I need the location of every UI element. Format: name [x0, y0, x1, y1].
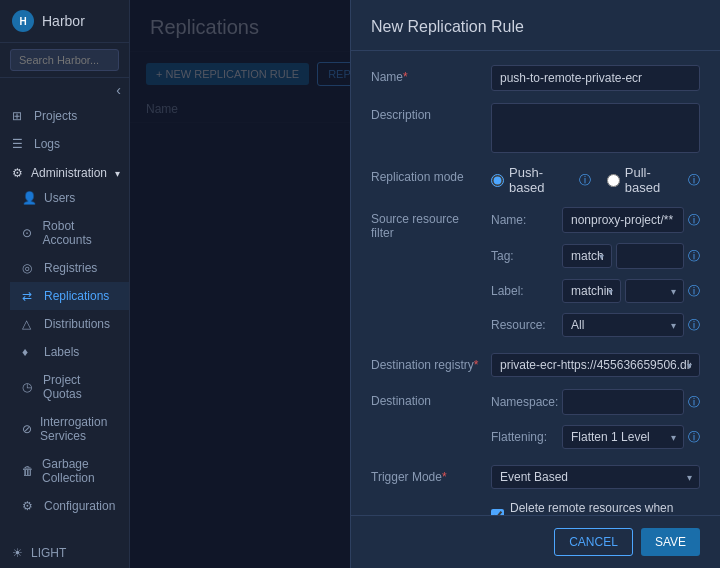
push-based-label: Push-based [509, 165, 563, 195]
users-icon: 👤 [22, 191, 36, 205]
filter-name-row: Name: ⓘ [491, 207, 700, 233]
sidebar: H Harbor ‹ ⊞ Projects ☰ Logs ⚙ Administr… [0, 0, 130, 568]
pull-based-label: Pull-based [625, 165, 672, 195]
flattening-info-icon[interactable]: ⓘ [688, 429, 700, 446]
flattening-row: Flattening: Flatten 1 Level Flatten All … [491, 425, 700, 449]
name-input[interactable] [491, 65, 700, 91]
sidebar-item-administration[interactable]: ⚙ Administration ▾ [0, 158, 129, 184]
projects-label: Projects [34, 109, 77, 123]
trigger-mode-label: Trigger Mode* [371, 465, 481, 484]
sidebar-header: H Harbor [0, 0, 129, 43]
sidebar-item-robot-accounts[interactable]: ⊙ Robot Accounts [10, 212, 129, 254]
config-label: Configuration [44, 499, 115, 513]
sidebar-item-users[interactable]: 👤 Users [10, 184, 129, 212]
modal-overlay: New Replication Rule Name* Description [130, 0, 720, 568]
sidebar-item-interrogation[interactable]: ⊘ Interrogation Services [10, 408, 129, 450]
new-replication-rule-dialog: New Replication Rule Name* Description [350, 0, 720, 568]
filter-resource-info-icon[interactable]: ⓘ [688, 317, 700, 334]
collapse-icon[interactable]: ‹ [116, 82, 121, 98]
resource-select[interactable]: All Image Chart [562, 313, 684, 337]
sidebar-item-replications[interactable]: ⇄ Replications [10, 282, 129, 310]
sidebar-item-configuration[interactable]: ⚙ Configuration [10, 492, 129, 520]
sidebar-item-project-quotas[interactable]: ◷ Project Quotas [10, 366, 129, 408]
sidebar-item-projects[interactable]: ⊞ Projects [0, 102, 129, 130]
replications-label: Replications [44, 289, 109, 303]
sidebar-item-logs[interactable]: ☰ Logs [0, 130, 129, 158]
dest-registry-row: Destination registry* private-ecr-https:… [371, 353, 700, 377]
quotas-icon: ◷ [22, 380, 35, 394]
pull-based-option[interactable]: Pull-based [607, 165, 672, 195]
filter-label-info-icon[interactable]: ⓘ [688, 283, 700, 300]
push-based-radio[interactable] [491, 174, 504, 187]
sidebar-item-registries[interactable]: ◎ Registries [10, 254, 129, 282]
filter-name-info-icon[interactable]: ⓘ [688, 212, 700, 229]
registries-label: Registries [44, 261, 97, 275]
distributions-label: Distributions [44, 317, 110, 331]
replication-mode-row: Replication mode Push-based ⓘ Pull-based… [371, 165, 700, 195]
dest-registry-label: Destination registry* [371, 353, 481, 372]
push-info-icon[interactable]: ⓘ [579, 172, 591, 189]
sidebar-item-labels[interactable]: ♦ Labels [10, 338, 129, 366]
save-button[interactable]: SAVE [641, 528, 700, 556]
sidebar-item-garbage[interactable]: 🗑 Garbage Collection [10, 450, 129, 492]
destination-row: Destination Namespace: ⓘ Flatteni [371, 389, 700, 453]
dialog-footer: CANCEL SAVE [351, 515, 720, 568]
theme-toggle[interactable]: ☀ LIGHT [0, 538, 129, 568]
admin-icon: ⚙ [12, 166, 23, 180]
filter-name-sublabel: Name: [491, 213, 556, 227]
namespace-input[interactable] [562, 389, 684, 415]
admin-label: Administration [31, 166, 107, 180]
harbor-logo: H [12, 10, 34, 32]
garbage-label: Garbage Collection [42, 457, 117, 485]
robot-label: Robot Accounts [42, 219, 117, 247]
main-content: Replications + NEW REPLICATION RULE REPL… [130, 0, 720, 568]
interrogation-icon: ⊘ [22, 422, 32, 436]
filter-tag-info-icon[interactable]: ⓘ [688, 248, 700, 265]
admin-chevron-icon: ▾ [115, 168, 120, 179]
pull-based-radio[interactable] [607, 174, 620, 187]
filter-tag-group: matching excluding ⓘ [562, 243, 700, 269]
flattening-select[interactable]: Flatten 1 Level Flatten All Levels No Fl… [562, 425, 684, 449]
dest-registry-select[interactable]: private-ecr-https://455636659506.dkr.ecr… [491, 353, 700, 377]
search-bar[interactable] [0, 43, 129, 78]
delete-remote-label: Delete remote resources when locally del… [510, 501, 700, 515]
source-filter-row: Source resource filter Name: ⓘ Ta [371, 207, 700, 341]
tag-matching-select[interactable]: matching excluding [562, 244, 612, 268]
trigger-mode-select[interactable]: Event Based Manual Scheduled [491, 465, 700, 489]
filter-label-group: matching excluding ⓘ [562, 279, 700, 303]
theme-label: LIGHT [31, 546, 66, 560]
filter-name-input-group: ⓘ [562, 207, 700, 233]
push-based-option[interactable]: Push-based [491, 165, 563, 195]
admin-submenu: 👤 Users ⊙ Robot Accounts ◎ Registries ⇄ … [0, 184, 129, 520]
sun-icon: ☀ [12, 546, 23, 560]
description-textarea[interactable] [491, 103, 700, 153]
filter-label-sublabel: Label: [491, 284, 556, 298]
cancel-button[interactable]: CANCEL [554, 528, 633, 556]
sidebar-toggle[interactable]: ‹ [0, 78, 129, 102]
pull-info-icon[interactable]: ⓘ [688, 172, 700, 189]
filter-tag-sublabel: Tag: [491, 249, 556, 263]
name-label: Name* [371, 65, 481, 84]
source-filter-label: Source resource filter [371, 207, 481, 240]
replications-icon: ⇄ [22, 289, 36, 303]
tag-pattern-input[interactable] [616, 243, 684, 269]
search-input[interactable] [10, 49, 119, 71]
dialog-title: New Replication Rule [371, 18, 700, 36]
namespace-info-icon[interactable]: ⓘ [688, 394, 700, 411]
filter-name-input[interactable] [562, 207, 684, 233]
labels-icon: ♦ [22, 345, 36, 359]
label-value-select[interactable] [625, 279, 684, 303]
quotas-label: Project Quotas [43, 373, 117, 401]
replication-mode-group: Push-based ⓘ Pull-based ⓘ [491, 165, 700, 195]
label-matching-select[interactable]: matching excluding [562, 279, 621, 303]
labels-label: Labels [44, 345, 79, 359]
registries-icon: ◎ [22, 261, 36, 275]
sidebar-item-distributions[interactable]: △ Distributions [10, 310, 129, 338]
delete-remote-row: Delete remote resources when locally del… [371, 501, 700, 515]
dialog-body: Name* Description Replication mode Pus [351, 51, 720, 515]
filter-tag-row: Tag: matching excluding ⓘ [491, 243, 700, 269]
config-icon: ⚙ [22, 499, 36, 513]
robot-icon: ⊙ [22, 226, 34, 240]
sidebar-app-name: Harbor [42, 13, 85, 29]
name-field-row: Name* [371, 65, 700, 91]
